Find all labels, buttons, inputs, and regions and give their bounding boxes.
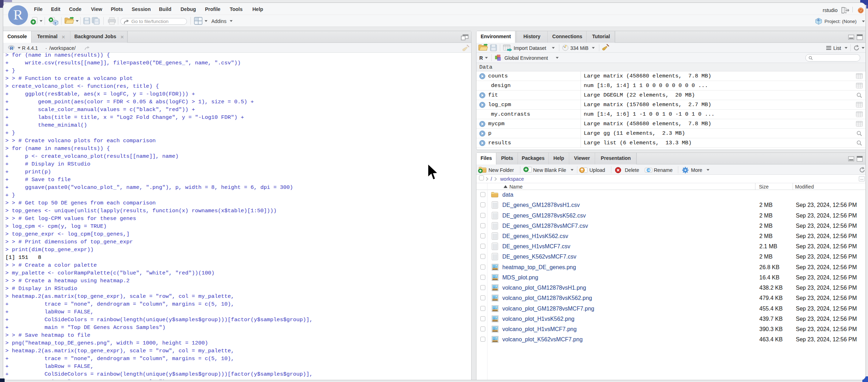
svg-text:R: R [817,18,820,22]
svg-text:R: R [55,22,57,25]
svg-text:R: R [10,46,13,51]
